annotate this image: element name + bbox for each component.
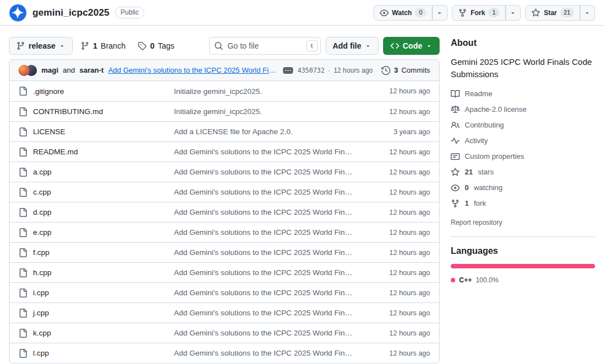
file-age: 12 hours ago	[367, 349, 430, 357]
file-commit-message-link[interactable]: Add Gemini's solutions to the ICPC 2025 …	[174, 349, 367, 357]
file-age: 12 hours ago	[367, 289, 430, 297]
table-row: a.cpp Add Gemini's solutions to the ICPC…	[10, 162, 439, 182]
file-name-link[interactable]: d.cpp	[33, 208, 51, 216]
contributing-label: Contributing	[465, 121, 504, 129]
file-name-link[interactable]: j.cpp	[33, 309, 49, 317]
branch-selector-button[interactable]: release	[9, 37, 73, 55]
file-icon	[18, 349, 27, 358]
file-commit-message-link[interactable]: Add a LICENSE file for Apache 2.0.	[174, 127, 367, 136]
file-commit-message-link[interactable]: Initialize gemini_icpc2025.	[174, 107, 367, 116]
forks-label: fork	[474, 199, 486, 207]
ellipsis-icon	[285, 68, 291, 73]
repo-name-link[interactable]: gemini_icpc2025	[32, 7, 110, 18]
fork-dropdown-button[interactable]	[506, 5, 521, 21]
readme-label: Readme	[465, 89, 492, 98]
tags-link[interactable]: 0 Tags	[133, 41, 178, 50]
file-commit-message-link[interactable]: Add Gemini's solutions to the ICPC 2025 …	[174, 188, 367, 196]
watching-label: watching	[474, 183, 502, 192]
commit-message-link[interactable]: Add Gemini's solutions to the ICPC 2025 …	[108, 66, 279, 74]
branches-label: Branch	[101, 41, 125, 50]
file-commit-message-link[interactable]: Add Gemini's solutions to the ICPC 2025 …	[174, 309, 367, 317]
table-row: CONTRIBUTING.md Initialize gemini_icpc20…	[10, 101, 439, 121]
eye-icon	[451, 183, 460, 192]
code-button[interactable]: Code	[383, 37, 440, 55]
branches-link[interactable]: 1 Branch	[76, 41, 130, 50]
custom-properties-link[interactable]: Custom properties	[451, 152, 524, 161]
star-button[interactable]: Star 21	[525, 5, 580, 21]
language-bar[interactable]	[451, 264, 595, 268]
file-name-link[interactable]: l.cpp	[33, 349, 49, 357]
file-name-cell: h.cpp	[18, 268, 174, 277]
file-name-link[interactable]: .gitignore	[33, 87, 64, 96]
file-browser-column: release 1 Branch 0 Tags t Add	[9, 26, 440, 363]
license-link[interactable]: Apache-2.0 license	[451, 105, 527, 114]
watch-label: Watch	[392, 9, 412, 17]
file-name-cell: LICENSE	[18, 127, 174, 136]
repo-actions: Watch 0 Fork 1 Star 21	[374, 5, 595, 21]
commit-coauthor-link[interactable]: saran-t	[79, 66, 103, 74]
commit-sha-link[interactable]: 4350732	[298, 67, 324, 74]
file-commit-message-link[interactable]: Initialize gemini_icpc2025.	[174, 87, 367, 96]
file-name-link[interactable]: h.cpp	[33, 268, 51, 277]
file-icon	[18, 127, 27, 136]
readme-link[interactable]: Readme	[451, 89, 492, 98]
file-commit-message-link[interactable]: Add Gemini's solutions to the ICPC 2025 …	[174, 208, 367, 216]
commit-author-link[interactable]: magi	[41, 66, 58, 74]
report-repository-link[interactable]: Report repository	[451, 219, 502, 226]
avatar[interactable]	[18, 65, 30, 76]
file-commit-message-link[interactable]: Add Gemini's solutions to the ICPC 2025 …	[174, 148, 367, 156]
add-file-button[interactable]: Add file	[325, 37, 379, 55]
file-icon	[18, 268, 27, 277]
file-name-link[interactable]: e.cpp	[33, 228, 51, 237]
toolbar-actions: t Add file Code	[209, 37, 440, 55]
file-name-cell: k.cpp	[18, 329, 174, 338]
search-input[interactable]	[209, 37, 321, 55]
commit-description-toggle[interactable]	[283, 67, 293, 74]
file-name-link[interactable]: f.cpp	[33, 248, 49, 257]
file-name-cell: d.cpp	[18, 208, 174, 217]
file-name-link[interactable]: c.cpp	[33, 188, 51, 196]
star-icon	[531, 8, 540, 17]
latest-commit-bar: magi and saran-t Add Gemini's solutions …	[10, 60, 439, 81]
repo-title: gemini_icpc2025 Public	[9, 4, 144, 22]
fork-control: Fork 1	[452, 5, 521, 21]
law-icon	[451, 105, 460, 114]
file-name-link[interactable]: k.cpp	[33, 329, 51, 337]
file-age: 12 hours ago	[367, 229, 430, 237]
file-age: 12 hours ago	[367, 269, 430, 277]
file-name-link[interactable]: CONTRIBUTING.md	[33, 107, 103, 116]
stars-link[interactable]: 21stars	[451, 168, 494, 177]
forks-link[interactable]: 1fork	[451, 199, 486, 208]
watching-link[interactable]: 0watching	[451, 183, 503, 192]
table-row: LICENSE Add a LICENSE file for Apache 2.…	[10, 121, 439, 141]
file-age: 12 hours ago	[367, 329, 430, 337]
file-commit-message-link[interactable]: Add Gemini's solutions to the ICPC 2025 …	[174, 168, 367, 176]
file-name-link[interactable]: LICENSE	[33, 127, 65, 136]
table-row: l.cpp Add Gemini's solutions to the ICPC…	[10, 343, 439, 363]
file-commit-message-link[interactable]: Add Gemini's solutions to the ICPC 2025 …	[174, 228, 367, 237]
fork-button[interactable]: Fork 1	[452, 5, 506, 21]
watch-button[interactable]: Watch 0	[374, 5, 433, 21]
table-row: k.cpp Add Gemini's solutions to the ICPC…	[10, 323, 439, 343]
language-cpp-link[interactable]: C++ 100.0%	[451, 276, 498, 284]
file-commit-message-link[interactable]: Add Gemini's solutions to the ICPC 2025 …	[174, 248, 367, 257]
file-name-link[interactable]: README.md	[33, 148, 78, 156]
watch-dropdown-button[interactable]	[432, 5, 447, 21]
commit-history-link[interactable]: 3 Commits	[381, 66, 430, 75]
contributing-link[interactable]: Contributing	[451, 121, 504, 130]
file-name-cell: l.cpp	[18, 349, 174, 358]
stars-count: 21	[465, 168, 473, 176]
file-age: 12 hours ago	[367, 148, 430, 156]
watch-count: 0	[415, 8, 426, 17]
file-name-cell: j.cpp	[18, 309, 174, 318]
file-icon	[18, 248, 27, 257]
star-dropdown-button[interactable]	[580, 5, 595, 21]
stars-label: stars	[478, 168, 493, 176]
file-commit-message-link[interactable]: Add Gemini's solutions to the ICPC 2025 …	[174, 289, 367, 297]
file-name-link[interactable]: i.cpp	[33, 289, 49, 297]
file-commit-message-link[interactable]: Add Gemini's solutions to the ICPC 2025 …	[174, 268, 367, 277]
file-name-link[interactable]: a.cpp	[33, 168, 51, 176]
gemini-logo-icon[interactable]	[9, 4, 27, 22]
file-commit-message-link[interactable]: Add Gemini's solutions to the ICPC 2025 …	[174, 329, 367, 337]
activity-link[interactable]: Activity	[451, 136, 488, 145]
